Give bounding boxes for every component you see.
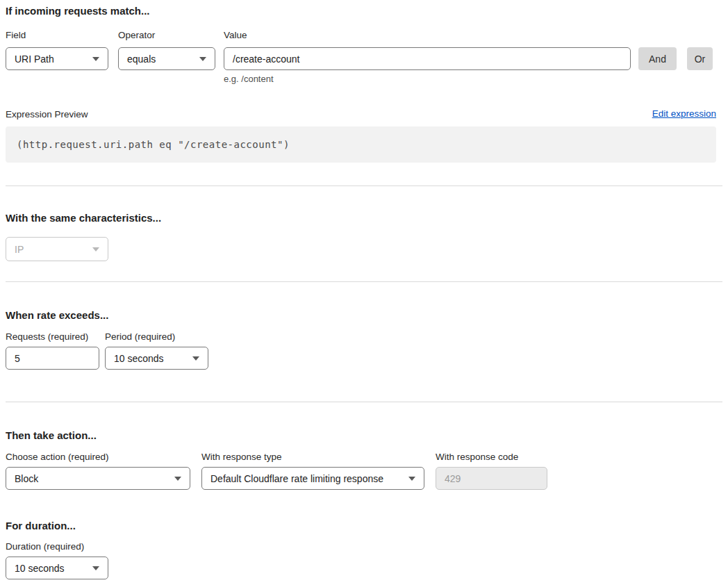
response-type-label: With response type [201, 452, 282, 462]
duration-section-title: For duration... [6, 520, 76, 532]
expression-code-text: (http.request.uri.path eq "/create-accou… [17, 139, 290, 150]
and-button[interactable]: And [638, 47, 677, 70]
choose-action-label: Choose action (required) [6, 452, 109, 462]
section-divider [6, 281, 722, 282]
response-code-input-text: 429 [445, 473, 461, 484]
response-type-select-value: Default Cloudflare rate limiting respons… [210, 473, 383, 484]
value-input-text: /create-account [233, 53, 300, 65]
expression-preview-code: (http.request.uri.path eq "/create-accou… [6, 126, 716, 163]
characteristic-select-value: IP [15, 244, 24, 255]
operator-select[interactable]: equals [118, 47, 215, 70]
value-input[interactable]: /create-account [224, 47, 631, 70]
choose-action-select[interactable]: Block [6, 467, 190, 490]
expression-preview-label: Expression Preview [6, 109, 88, 120]
response-code-input: 429 [436, 467, 547, 490]
section-divider [6, 186, 722, 186]
requests-label: Requests (required) [6, 331, 88, 342]
rate-section-title: When rate exceeds... [6, 309, 108, 321]
chevron-down-icon [408, 477, 415, 481]
duration-label: Duration (required) [6, 541, 84, 552]
characteristics-section-title: With the same characteristics... [6, 212, 161, 224]
chevron-down-icon [199, 57, 206, 61]
operator-label: Operator [118, 30, 155, 40]
period-select-value: 10 seconds [114, 353, 164, 364]
requests-input-text: 5 [15, 353, 20, 364]
choose-action-select-value: Block [15, 473, 38, 484]
section-divider [6, 402, 722, 402]
field-select-value: URI Path [15, 53, 54, 65]
response-code-label: With response code [436, 452, 518, 462]
or-button[interactable]: Or [687, 47, 713, 70]
field-label: Field [6, 30, 26, 40]
chevron-down-icon [92, 57, 99, 61]
duration-select-value: 10 seconds [15, 563, 65, 574]
response-type-select[interactable]: Default Cloudflare rate limiting respons… [201, 467, 424, 490]
field-select[interactable]: URI Path [6, 47, 108, 70]
operator-select-value: equals [127, 53, 156, 65]
value-label: Value [224, 30, 247, 40]
chevron-down-icon [92, 566, 99, 570]
period-label: Period (required) [105, 331, 175, 342]
duration-select[interactable]: 10 seconds [6, 557, 108, 579]
characteristic-select: IP [6, 237, 108, 261]
action-section-title: Then take action... [6, 429, 97, 441]
requests-input[interactable]: 5 [6, 347, 99, 370]
match-section-title: If incoming requests match... [6, 5, 150, 17]
chevron-down-icon [192, 356, 199, 361]
edit-expression-link[interactable]: Edit expression [652, 108, 716, 119]
value-hint: e.g. /content [224, 74, 274, 84]
chevron-down-icon [92, 247, 99, 252]
chevron-down-icon [174, 477, 181, 481]
rate-limiting-rule-form: If incoming requests match... Field Oper… [0, 0, 728, 585]
period-select[interactable]: 10 seconds [105, 347, 208, 370]
